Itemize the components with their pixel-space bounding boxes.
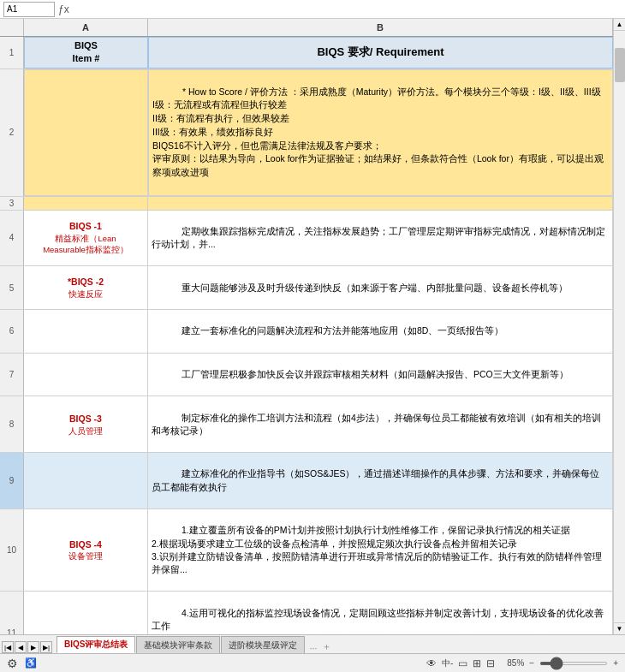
nav-last-btn[interactable]: ▶| xyxy=(40,641,52,653)
cell-8a[interactable]: BIQS -3 人员管理 xyxy=(24,396,148,452)
sheet-tabs: |◀ ◀ ▶ ▶| BIQS评审总结表 基础模块评审条款 进阶模块星级评定 ··… xyxy=(0,634,625,653)
app-container: ƒx A B 1 BIQS Item # BIQS 要求/ Re xyxy=(0,0,625,672)
scroll-up-btn[interactable]: ▲ xyxy=(614,19,625,31)
row-num-1: 1 xyxy=(0,37,24,68)
tab-advanced-module[interactable]: 进阶模块星级评定 xyxy=(221,636,305,653)
table-row: 4 BIQS -1 精益标准（Lean Measurable指标监控） 定期收集… xyxy=(0,211,613,267)
status-right: 👁 中- ▭ ⊞ ⊟ 85% − + xyxy=(426,657,618,669)
page-break-btn[interactable]: ⊟ xyxy=(486,657,495,669)
cell-6a[interactable] xyxy=(24,310,148,353)
scoring-text: * How to Score / 评价方法 ：采用成熟度（Maturity）评价… xyxy=(152,86,604,178)
tab-biqs-summary-label: BIQS评审总结表 xyxy=(64,639,128,651)
zoom-slider[interactable] xyxy=(539,662,608,665)
view-eye-icon: 👁 xyxy=(426,657,437,669)
formula-bar-icon: ƒx xyxy=(58,3,69,15)
biqs-2-sub: 快速反应 xyxy=(68,288,103,300)
cell-6b-text: 建立一套标准化的问题解决流程和方法并能落地应用（如8D、一页纸报告等） xyxy=(182,325,503,336)
table-row: 9 建立标准化的作业指导书（如SOS&JES），通过描述详细操作的具体步骤、方法… xyxy=(0,453,613,509)
cell-5b[interactable]: 重大问题能够涉及及时升级传递到快反（如来源于客户端、内部批量问题、设备超长停机等… xyxy=(148,266,613,309)
row-num-5: 5 xyxy=(0,266,24,309)
spreadsheet-area: A B 1 BIQS Item # BIQS 要求/ Requirement xyxy=(0,19,613,634)
table-row: 10 BIQS -4 设备管理 1.建立覆盖所有设备的PM计划并按照计划执行计划… xyxy=(0,509,613,592)
table-row: 5 *BIQS -2 快速反应 重大问题能够涉及及时升级传递到快反（如来源于客户… xyxy=(0,266,613,310)
cell-2b[interactable]: * How to Score / 评价方法 ：采用成熟度（Maturity）评价… xyxy=(148,69,613,196)
cell-7b[interactable]: 工厂管理层积极参加快反会议并跟踪审核相关材料（如问题解决报告、PCO三大文件更新… xyxy=(148,354,613,396)
row-num-8: 8 xyxy=(0,396,24,452)
col-a-header[interactable]: A xyxy=(24,19,148,36)
row-num-10: 10 xyxy=(0,509,24,591)
cell-4a[interactable]: BIQS -1 精益标准（Lean Measurable指标监控） xyxy=(24,211,148,266)
row-num-11: 11 xyxy=(0,592,24,634)
cell-5b-text: 重大问题能够涉及及时升级传递到快反（如来源于客户端、内部批量问题、设备超长停机等… xyxy=(182,282,568,293)
cell-8b[interactable]: 制定标准化的操作工培训方法和流程（如4步法），并确保每位员工都能被有效培训（如有… xyxy=(148,396,613,452)
biqs-2-label: *BIQS -2 xyxy=(68,276,104,288)
tab-basic-module[interactable]: 基础模块评审条款 xyxy=(136,636,220,653)
spreadsheet-main: A B 1 BIQS Item # BIQS 要求/ Requirement xyxy=(0,19,625,634)
table-row: 2 * How to Score / 评价方法 ：采用成熟度（Maturity）… xyxy=(0,69,613,197)
row-num-4: 4 xyxy=(0,211,24,266)
table-body: 1 BIQS Item # BIQS 要求/ Requirement 2 * H… xyxy=(0,37,613,634)
biqs-4-sub: 设备管理 xyxy=(68,550,103,562)
table-row: 8 BIQS -3 人员管理 制定标准化的操作工培训方法和流程（如4步法），并确… xyxy=(0,396,613,453)
biqs-3-label: BIQS -3 xyxy=(69,413,102,425)
accessibility-icon[interactable]: ♿ xyxy=(25,657,37,669)
row-num-3: 3 xyxy=(0,197,24,210)
zoom-plus-icon[interactable]: + xyxy=(613,658,618,668)
cell-6b[interactable]: 建立一套标准化的问题解决流程和方法并能落地应用（如8D、一页纸报告等） xyxy=(148,310,613,353)
tab-basic-module-label: 基础模块评审条款 xyxy=(144,639,212,651)
zoom-minus-icon[interactable]: − xyxy=(529,658,534,668)
table-row: 6 建立一套标准化的问题解决流程和方法并能落地应用（如8D、一页纸报告等） xyxy=(0,310,613,354)
nav-prev-btn[interactable]: ◀ xyxy=(15,641,27,653)
table-row: 1 BIQS Item # BIQS 要求/ Requirement xyxy=(0,37,613,69)
name-box[interactable] xyxy=(3,2,55,17)
cell-1a-text: BIQS Item # xyxy=(73,39,100,66)
row-num-header xyxy=(0,19,24,36)
row-num-6: 6 xyxy=(0,310,24,353)
cell-4b[interactable]: 定期收集跟踪指标完成情况，关注指标发展趋势；工厂管理层定期评审指标完成情况，对超… xyxy=(148,211,613,266)
row-num-2: 2 xyxy=(0,69,24,196)
biqs-4-label: BIQS -4 xyxy=(69,538,102,551)
biqs-3-sub: 人员管理 xyxy=(68,425,103,437)
normal-view-btn[interactable]: ▭ xyxy=(458,657,467,669)
row-num-7: 7 xyxy=(0,354,24,396)
cell-1b-text: BIQS 要求/ Requirement xyxy=(317,45,443,60)
tab-biqs-summary[interactable]: BIQS评审总结表 xyxy=(57,636,135,653)
tab-more[interactable]: ··· xyxy=(309,643,317,653)
table-row: 3 xyxy=(0,197,613,211)
view-center-label: 中- xyxy=(442,657,453,669)
biqs-1-label: BIQS -1 xyxy=(69,220,102,233)
nav-next-btn[interactable]: ▶ xyxy=(27,641,39,653)
col-b-header[interactable]: B xyxy=(148,19,613,36)
page-layout-btn[interactable]: ⊞ xyxy=(473,657,481,669)
cell-11a[interactable] xyxy=(24,592,148,634)
cell-3a xyxy=(24,197,148,210)
tab-add-btn[interactable]: ＋ xyxy=(322,640,331,653)
nav-first-btn[interactable]: |◀ xyxy=(2,641,14,653)
cell-5a[interactable]: *BIQS -2 快速反应 xyxy=(24,266,148,309)
row-num-9: 9 xyxy=(0,453,24,508)
cell-7a[interactable] xyxy=(24,354,148,396)
cell-3b xyxy=(148,197,613,210)
table-row: 7 工厂管理层积极参加快反会议并跟踪审核相关材料（如问题解决报告、PCO三大文件… xyxy=(0,354,613,397)
scroll-thumb[interactable] xyxy=(615,48,625,82)
table-row: 11 4.运用可视化的指标监控现场设备情况，定期回顾这些指标并制定改善计划，支持… xyxy=(0,592,613,634)
cell-11b[interactable]: 4.运用可视化的指标监控现场设备情况，定期回顾这些指标并制定改善计划，支持现场设… xyxy=(148,592,613,634)
cell-2a[interactable] xyxy=(24,69,148,196)
status-bar: ⚙ ♿ 👁 中- ▭ ⊞ ⊟ 85% − + xyxy=(0,653,625,672)
cell-10a[interactable]: BIQS -4 设备管理 xyxy=(24,509,148,591)
cell-8b-text: 制定标准化的操作工培训方法和流程（如4步法），并确保每位员工都能被有效培训（如有… xyxy=(152,413,601,436)
zoom-level: 85% xyxy=(507,658,524,668)
cell-7b-text: 工厂管理层积极参加快反会议并跟踪审核相关材料（如问题解决报告、PCO三大文件更新… xyxy=(182,369,568,379)
vertical-scrollbar[interactable]: ▲ ▼ xyxy=(613,19,625,634)
cell-1a[interactable]: BIQS Item # xyxy=(24,37,148,68)
macro-icon[interactable]: ⚙ xyxy=(7,657,18,670)
scroll-down-btn[interactable]: ▼ xyxy=(614,622,625,634)
formula-bar: ƒx xyxy=(0,0,625,19)
col-headers: A B xyxy=(0,19,613,37)
cell-9a[interactable] xyxy=(24,453,148,508)
cell-9b[interactable]: 建立标准化的作业指导书（如SOS&JES），通过描述详细操作的具体步骤、方法和要… xyxy=(148,453,613,508)
cell-1b[interactable]: BIQS 要求/ Requirement xyxy=(148,37,613,68)
cell-10b[interactable]: 1.建立覆盖所有设备的PM计划并按照计划执行计划性维修工作，保留记录执行情况的相… xyxy=(148,509,613,591)
cell-10b-text: 1.建立覆盖所有设备的PM计划并按照计划执行计划性维修工作，保留记录执行情况的相… xyxy=(152,525,602,574)
cell-11b-text: 4.运用可视化的指标监控现场设备情况，定期回顾这些指标并制定改善计划，支持现场设… xyxy=(152,608,607,634)
